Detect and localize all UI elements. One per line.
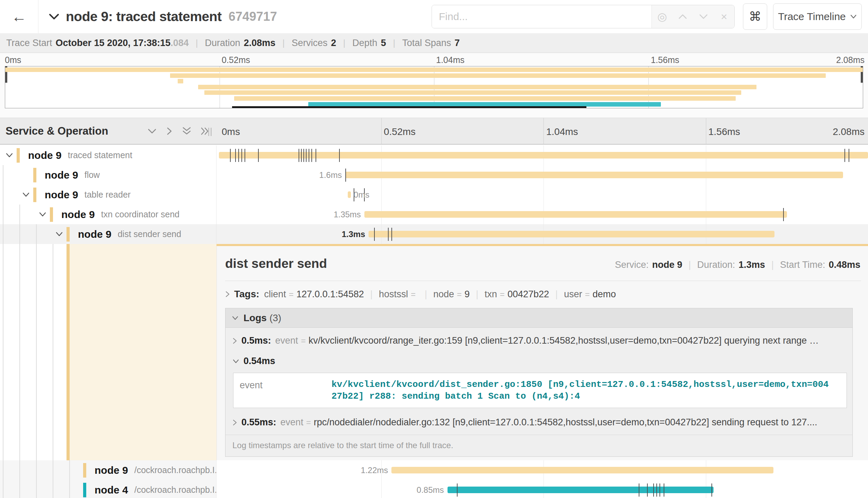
collapse-one-chevron-down-icon[interactable] — [147, 128, 157, 135]
close-icon[interactable]: × — [716, 10, 732, 23]
span-duration-label: 0.85ms — [417, 485, 444, 495]
column-resize-grip[interactable] — [208, 128, 213, 136]
span-name-cell[interactable]: node 9txn coordinator send — [0, 205, 216, 224]
span-name-cell[interactable]: node 4/cockroach.roachpb.I... — [0, 480, 216, 498]
indent-guide — [69, 480, 70, 498]
tag-item: user=demo — [564, 289, 616, 299]
span-name-cell[interactable]: node 9/cockroach.roachpb.I... — [0, 460, 216, 480]
ruler-tick-0: 0ms — [222, 126, 240, 137]
trace-start-ms: .084 — [170, 38, 189, 48]
log-marker-tick — [241, 149, 242, 162]
chevron-down-icon[interactable] — [22, 192, 30, 197]
indent-guide — [19, 480, 20, 498]
service-meta-value: node 9 — [652, 260, 682, 270]
chevron-down-icon[interactable] — [39, 212, 46, 217]
span-row-txn-coordinator-send[interactable]: node 9txn coordinator send1.35ms — [0, 205, 868, 224]
span-bar[interactable] — [348, 191, 351, 198]
span-bar[interactable] — [391, 467, 773, 473]
logs-title: Logs — [243, 313, 267, 324]
log-marker-tick — [230, 149, 231, 162]
log-timestamp: 0.55ms: — [241, 417, 276, 428]
log-marker-tick — [303, 149, 304, 162]
gridline — [381, 480, 382, 498]
span-bar[interactable] — [364, 211, 787, 218]
minimap-view-bar — [232, 106, 587, 108]
keyboard-shortcuts-button[interactable]: ⌘ — [743, 3, 767, 30]
log-timestamp: 0.5ms: — [241, 335, 271, 346]
services-value: 2 — [331, 38, 336, 48]
find-input[interactable] — [432, 5, 652, 28]
minimap-span-bar — [178, 79, 184, 83]
span-detail-row: dist sender send Service: node 9 | Durat… — [0, 244, 868, 460]
logs-count: (3) — [269, 313, 281, 324]
span-bar[interactable] — [345, 172, 843, 178]
collapse-all-double-chevron-down-icon[interactable] — [182, 127, 192, 136]
log-marker-tick — [656, 483, 657, 497]
minimap-tick-2: 1.04ms — [436, 55, 464, 65]
minimap-canvas[interactable] — [5, 66, 863, 108]
service-name: node 9 — [78, 228, 112, 240]
indent-guide — [3, 460, 3, 480]
log-field-value: rpc/nodedialer/nodedialer.go:132 [n9,cli… — [314, 417, 817, 428]
log-marker-tick — [299, 149, 299, 162]
collapse-trace-chevron-down-icon[interactable] — [48, 13, 60, 20]
log-marker-tick — [653, 483, 654, 497]
chevron-down-icon[interactable] — [6, 153, 13, 158]
span-row-table-reader[interactable]: node 9table reader0ms — [0, 185, 868, 205]
log-marker-tick — [659, 483, 660, 497]
trace-timeline-label: Trace Timeline — [778, 11, 846, 22]
tags-label: Tags: — [234, 289, 259, 300]
tag-item: client=127.0.0.1:54582 — [264, 289, 364, 299]
chevron-up-icon[interactable] — [675, 13, 691, 20]
span-name-cell[interactable]: node 9dist sender send — [0, 224, 216, 244]
minimap-tick-1: 0.52ms — [222, 55, 250, 65]
timeline-header: Service & Operation 0ms 0.52ms 1.04 — [0, 118, 868, 145]
locate-icon[interactable]: ◎ — [654, 10, 670, 23]
log-field-value: kv/kvclient/kvcoord/dist_sender.go:1850 … — [331, 379, 831, 402]
span-row-dist-sender-send[interactable]: node 9dist sender send1.3ms — [0, 224, 868, 244]
span-name-cell[interactable]: node 9flow — [0, 165, 216, 185]
tag-key: node — [433, 289, 454, 299]
span-row-traced-statement[interactable]: node 9traced statement — [0, 145, 868, 165]
chevron-down-icon[interactable] — [55, 232, 63, 237]
span-row-cockroach-roachpb-i[interactable]: node 9/cockroach.roachpb.I...1.22ms — [0, 460, 868, 480]
tag-value: demo — [593, 289, 616, 299]
ruler-tick-line — [381, 118, 382, 144]
indent-guide — [3, 185, 3, 205]
span-bar[interactable] — [369, 231, 774, 237]
operation-name: dist sender send — [118, 229, 181, 239]
span-timeline-cell: 1.35ms — [216, 205, 868, 224]
expand-one-chevron-right-icon[interactable] — [166, 127, 173, 136]
log-marker-tick — [783, 208, 784, 221]
log-entry-3[interactable]: 0.55ms: event = rpc/nodedialer/nodediale… — [225, 412, 852, 431]
tag-value: 127.0.0.1:54582 — [296, 289, 364, 299]
trace-timeline-dropdown[interactable]: Trace Timeline — [773, 3, 862, 30]
logs-toggle-header[interactable]: Logs (3) — [225, 308, 852, 328]
duration-label: Duration — [205, 38, 240, 48]
span-duration-label: 1.3ms — [342, 229, 365, 239]
chevron-down-icon[interactable] — [696, 13, 711, 20]
ruler-tick-3: 1.56ms — [708, 126, 740, 137]
operation-name: flow — [85, 170, 100, 180]
span-name-cell[interactable]: node 9traced statement — [0, 145, 216, 165]
service-color-chip — [83, 463, 86, 478]
log-field-key: event — [281, 417, 303, 428]
span-row-flow[interactable]: node 9flow1.6ms — [0, 165, 868, 185]
service-name: node 9 — [45, 189, 78, 201]
indent-guide — [3, 224, 3, 244]
tags-toggle-row[interactable]: Tags: client=127.0.0.1:54582|hostssl=|no… — [225, 289, 861, 300]
log-entry-1[interactable]: 0.5ms: event = kv/kvclient/kvcoord/range… — [225, 328, 852, 350]
span-name-cell[interactable]: node 9table reader — [0, 185, 216, 205]
tag-item: txn=00427b22 — [485, 289, 549, 299]
span-row-cockroach-roachpb-i[interactable]: node 4/cockroach.roachpb.I...0.85ms — [0, 480, 868, 498]
minimap-span-bar — [198, 85, 756, 89]
back-button[interactable]: ← — [8, 6, 30, 27]
tag-key: txn — [485, 289, 497, 299]
span-bar[interactable] — [448, 487, 714, 493]
chevron-down-icon — [232, 316, 239, 320]
log-entry-2-header[interactable]: 0.54ms — [225, 350, 852, 371]
find-group: ◎ × — [432, 5, 735, 28]
depth-label: Depth — [352, 38, 377, 48]
minimap-span-bar — [234, 96, 736, 101]
indent-guide — [36, 224, 37, 244]
